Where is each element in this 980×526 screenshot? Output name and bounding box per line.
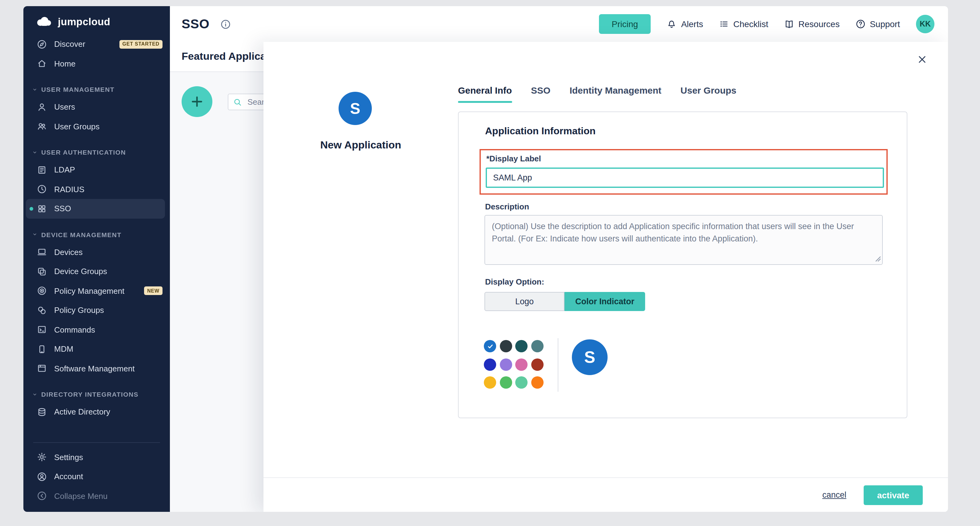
info-icon[interactable] [221, 19, 231, 29]
devices-icon [37, 247, 47, 257]
avatar[interactable]: KK [916, 15, 934, 33]
color-swatch-5[interactable] [500, 358, 512, 370]
header-nav: AlertsChecklistResourcesSupport [667, 19, 900, 29]
sidebar-item-label: Settings [54, 453, 83, 462]
pricing-button[interactable]: Pricing [599, 14, 651, 34]
color-swatch-7[interactable] [531, 358, 543, 370]
tab-identity-management[interactable]: Identity Management [570, 85, 661, 103]
sidebar-item-device-groups[interactable]: Device Groups [23, 262, 170, 281]
sidebar-item-mdm[interactable]: MDM [23, 340, 170, 359]
color-indicator-option-button[interactable]: Color Indicator [565, 292, 645, 311]
page: jumpcloud DiscoverGET STARTEDHome USER M… [0, 0, 980, 526]
color-swatch-11[interactable] [531, 376, 543, 389]
sidebar-item-software-management[interactable]: Software Management [23, 359, 170, 378]
sidebar-item-users[interactable]: Users [23, 97, 170, 117]
header-nav-support[interactable]: Support [856, 19, 900, 29]
cancel-link[interactable]: cancel [822, 490, 846, 499]
description-textarea[interactable] [484, 215, 883, 265]
sidebar-section-device-management[interactable]: DEVICE MANAGEMENT [23, 226, 170, 242]
sidebar-sections: USER MANAGEMENTUsersUser GroupsUSER AUTH… [23, 73, 170, 422]
checklist-icon [719, 19, 729, 29]
display-label-highlight: *Display Label [479, 149, 888, 194]
tab-user-groups[interactable]: User Groups [681, 85, 737, 103]
sidebar-item-radius[interactable]: RADIUS [23, 180, 170, 199]
add-application-button[interactable] [181, 86, 212, 117]
tab-general-info[interactable]: General Info [458, 85, 512, 103]
tab-sso[interactable]: SSO [531, 85, 550, 103]
sidebar-section-user-authentication[interactable]: USER AUTHENTICATION [23, 144, 170, 160]
sidebar-item-label: Home [54, 59, 75, 69]
chevron-down-icon [32, 231, 38, 237]
policy-management-icon [37, 286, 47, 296]
color-swatch-1[interactable] [500, 340, 512, 352]
page-title-group: SSO [181, 17, 231, 32]
plus-icon [189, 94, 204, 109]
sidebar-item-home[interactable]: Home [23, 54, 170, 73]
header-nav-resources[interactable]: Resources [784, 19, 840, 29]
color-swatch-8[interactable] [484, 376, 496, 389]
display-option-toggle: Logo Color Indicator [484, 292, 645, 311]
sidebar-item-policy-groups[interactable]: Policy Groups [23, 301, 170, 320]
check-icon [487, 343, 493, 349]
account-icon [37, 472, 47, 481]
header-nav-alerts[interactable]: Alerts [667, 19, 703, 29]
sidebar-item-user-groups[interactable]: User Groups [23, 117, 170, 136]
sidebar-item-label: Devices [54, 248, 83, 257]
sidebar-item-badge: GET STARTED [119, 40, 162, 49]
sidebar-item-ldap[interactable]: LDAP [23, 160, 170, 180]
close-icon[interactable] [913, 51, 931, 68]
sidebar-section-label: USER MANAGEMENT [41, 86, 115, 93]
header-nav-checklist[interactable]: Checklist [719, 19, 768, 29]
device-groups-icon [37, 267, 47, 277]
header-actions: Pricing AlertsChecklistResourcesSupport … [599, 14, 934, 34]
sidebar-item-settings[interactable]: Settings [23, 448, 170, 467]
color-swatch-2[interactable] [515, 340, 528, 352]
search-icon [233, 97, 242, 106]
ldap-icon [37, 165, 47, 175]
brand-name: jumpcloud [58, 16, 110, 27]
discover-icon [37, 40, 47, 49]
support-icon [856, 19, 865, 29]
sidebar-item-label: Policy Groups [54, 306, 104, 315]
sidebar-item-devices[interactable]: Devices [23, 242, 170, 262]
sidebar-item-label: Software Management [54, 364, 135, 373]
commands-icon [37, 325, 47, 335]
brand-logo[interactable]: jumpcloud [23, 6, 170, 35]
sidebar-section-label: USER AUTHENTICATION [41, 148, 126, 156]
color-swatch-4[interactable] [484, 358, 496, 370]
logo-option-button[interactable]: Logo [484, 292, 565, 311]
display-label-input[interactable] [486, 167, 884, 188]
sidebar-item-active-directory[interactable]: Active Directory [23, 402, 170, 422]
policy-groups-icon [37, 306, 47, 316]
color-swatch-0[interactable] [484, 340, 496, 352]
cloud-icon [35, 15, 53, 28]
app-color-badge: S [339, 92, 372, 125]
user-groups-icon [37, 122, 47, 132]
sidebar-item-discover[interactable]: DiscoverGET STARTED [23, 35, 170, 54]
activate-button[interactable]: activate [864, 485, 923, 505]
home-icon [37, 59, 47, 69]
sidebar-item-collapse-menu[interactable]: Collapse Menu [23, 486, 170, 506]
sidebar-item-badge: NEW [144, 287, 162, 295]
color-swatch-6[interactable] [515, 358, 528, 370]
settings-icon [37, 453, 47, 462]
sidebar-item-label: Users [54, 102, 75, 112]
sidebar-item-sso[interactable]: SSO [26, 199, 165, 218]
sidebar-top-nav: DiscoverGET STARTEDHome [23, 35, 170, 73]
sidebar-section-directory-integrations[interactable]: DIRECTORY INTEGRATIONS [23, 386, 170, 402]
color-swatch-10[interactable] [515, 376, 528, 389]
description-field [484, 215, 883, 265]
sidebar-section-user-management[interactable]: USER MANAGEMENT [23, 81, 170, 97]
header-nav-label: Support [870, 19, 900, 29]
sidebar-item-commands[interactable]: Commands [23, 320, 170, 340]
sidebar-item-label: SSO [54, 204, 71, 214]
sidebar-divider [33, 442, 160, 443]
sidebar-item-label: Commands [54, 325, 95, 335]
sidebar-item-policy-management[interactable]: Policy ManagementNEW [23, 281, 170, 301]
app-name: New Application [264, 139, 458, 151]
color-swatch-9[interactable] [500, 376, 512, 389]
sidebar-item-label: Account [54, 472, 83, 481]
active-directory-icon [37, 407, 47, 417]
sidebar-item-account[interactable]: Account [23, 467, 170, 486]
color-swatch-3[interactable] [531, 340, 543, 352]
